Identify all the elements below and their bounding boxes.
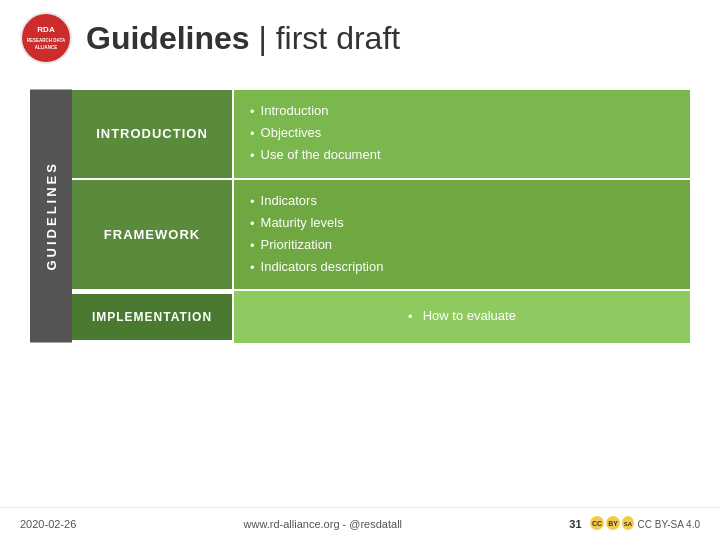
list-item: • Prioritization <box>250 236 674 255</box>
cc-license-text: CC BY-SA 4.0 <box>638 519 700 530</box>
footer-right: 31 CC BY SA CC BY-SA 4.0 <box>569 516 700 532</box>
guidelines-table: GUIDELINES INTRODUCTION • Introduction •… <box>30 90 690 343</box>
list-item: • How to evaluate <box>408 307 516 326</box>
svg-text:SA: SA <box>623 521 632 527</box>
intro-bullet-3: Use of the document <box>261 146 381 164</box>
rda-logo: RDA RESEARCH DATA ALLIANCE <box>22 14 70 62</box>
page-title: Guidelines | first draft <box>86 20 400 57</box>
svg-text:RESEARCH DATA: RESEARCH DATA <box>27 38 66 43</box>
svg-text:ALLIANCE: ALLIANCE <box>35 45 58 50</box>
cc-license-icon: CC BY SA <box>590 516 634 532</box>
bullet-icon: • <box>250 193 255 211</box>
introduction-content: • Introduction • Objectives • Use of the… <box>234 90 690 178</box>
framework-row: FRAMEWORK • Indicators • Maturity levels… <box>72 180 690 290</box>
framework-bullet-1: Indicators <box>261 192 317 210</box>
framework-bullet-4: Indicators description <box>261 258 384 276</box>
implementation-row: IMPLEMENTATION • How to evaluate <box>72 291 690 342</box>
bullet-icon: • <box>250 237 255 255</box>
introduction-row: INTRODUCTION • Introduction • Objectives… <box>72 90 690 178</box>
framework-label: FRAMEWORK <box>72 180 232 290</box>
footer: 2020-02-26 www.rd-alliance.org - @resdat… <box>0 507 720 540</box>
title-bold: Guidelines <box>86 20 250 56</box>
header: RDA RESEARCH DATA ALLIANCE Guidelines | … <box>0 0 720 72</box>
main-content: GUIDELINES INTRODUCTION • Introduction •… <box>0 72 720 353</box>
list-item: • Introduction <box>250 102 674 121</box>
list-item: • Indicators <box>250 192 674 211</box>
implementation-label: IMPLEMENTATION <box>72 294 232 340</box>
list-item: • Indicators description <box>250 258 674 277</box>
footer-date: 2020-02-26 <box>20 518 76 530</box>
bullet-icon: • <box>250 125 255 143</box>
introduction-label: INTRODUCTION <box>72 90 232 178</box>
svg-text:CC: CC <box>591 520 601 527</box>
bullet-icon: • <box>408 308 413 326</box>
title-pipe: | <box>250 20 267 56</box>
list-item: • Objectives <box>250 124 674 143</box>
framework-content: • Indicators • Maturity levels • Priorit… <box>234 180 690 290</box>
svg-text:RDA: RDA <box>37 25 55 34</box>
list-item: • Use of the document <box>250 146 674 165</box>
intro-bullet-2: Objectives <box>261 124 322 142</box>
cc-license-badge: CC BY SA CC BY-SA 4.0 <box>590 516 700 532</box>
intro-bullet-1: Introduction <box>261 102 329 120</box>
guidelines-side-label: GUIDELINES <box>30 90 72 343</box>
framework-bullet-2: Maturity levels <box>261 214 344 232</box>
bullet-icon: • <box>250 259 255 277</box>
bullet-icon: • <box>250 147 255 165</box>
impl-bullet-1: How to evaluate <box>423 307 516 325</box>
section-rows: INTRODUCTION • Introduction • Objectives… <box>72 90 690 343</box>
footer-url: www.rd-alliance.org - @resdatall <box>244 518 403 530</box>
bullet-icon: • <box>250 103 255 121</box>
title-sub: first draft <box>267 20 400 56</box>
svg-text:BY: BY <box>608 520 618 527</box>
implementation-content: • How to evaluate <box>234 291 690 342</box>
framework-bullet-3: Prioritization <box>261 236 333 254</box>
logo-circle: RDA RESEARCH DATA ALLIANCE <box>20 12 72 64</box>
footer-page-number: 31 <box>569 518 581 530</box>
bullet-icon: • <box>250 215 255 233</box>
list-item: • Maturity levels <box>250 214 674 233</box>
